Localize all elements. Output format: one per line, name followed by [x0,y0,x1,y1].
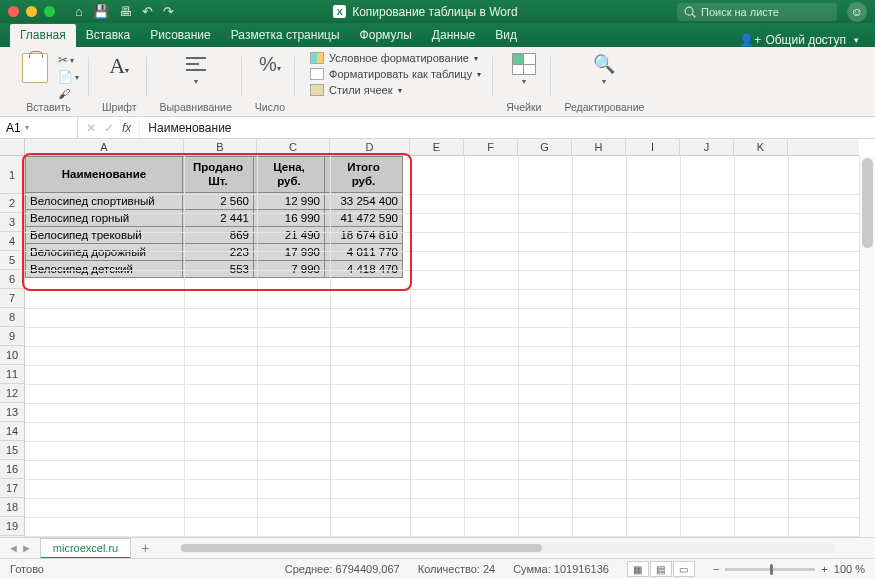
row-headers[interactable]: 12345678910111213141516171819 [0,156,25,537]
row-header-7[interactable]: 7 [0,289,24,308]
zoom-in-icon[interactable]: + [821,563,827,575]
user-icon[interactable]: ☺ [847,2,867,22]
tab-formulas[interactable]: Формулы [350,24,422,47]
table-cell[interactable]: 7 990 [254,261,325,278]
row-header-4[interactable]: 4 [0,232,24,251]
view-layout-icon[interactable]: ▤ [650,561,672,577]
table-header[interactable]: Итогоруб. [325,157,403,193]
col-header-D[interactable]: D [330,139,410,155]
zoom-slider[interactable] [725,568,815,571]
col-header-I[interactable]: I [626,139,680,155]
col-header-K[interactable]: K [734,139,788,155]
name-box[interactable]: A1▾ [0,117,78,138]
row-header-3[interactable]: 3 [0,213,24,232]
number-button[interactable]: %▾ [255,51,285,78]
align-button[interactable]: ▾ [179,51,213,88]
tab-draw[interactable]: Рисование [140,24,220,47]
table-cell[interactable]: 12 990 [254,193,325,210]
tab-layout[interactable]: Разметка страницы [221,24,350,47]
save-icon[interactable]: 💾 [93,4,109,19]
table-cell[interactable]: 17 990 [254,244,325,261]
table-header[interactable]: ПроданоШт. [183,157,254,193]
cell-styles-button[interactable]: Стили ячеек ▾ [308,83,483,97]
table-cell[interactable]: 33 254 400 [325,193,403,210]
col-header-A[interactable]: A [25,139,184,155]
row-header-8[interactable]: 8 [0,308,24,327]
vertical-scrollbar-thumb[interactable] [862,158,873,248]
row-header-1[interactable]: 1 [0,156,24,194]
table-cell[interactable]: Велосипед спортивный [26,193,183,210]
row-header-12[interactable]: 12 [0,384,24,403]
editing-button[interactable]: 🔍 ▾ [589,51,619,88]
enter-icon[interactable]: ✓ [104,121,114,135]
column-headers[interactable]: ABCDEFGHIJK [25,139,859,156]
row-header-14[interactable]: 14 [0,422,24,441]
table-cell[interactable]: 21 490 [254,227,325,244]
horizontal-scrollbar-thumb[interactable] [181,544,542,552]
row-header-19[interactable]: 19 [0,517,24,536]
spreadsheet-grid[interactable]: ABCDEFGHIJK 1234567891011121314151617181… [0,139,875,537]
view-normal-icon[interactable]: ▦ [627,561,649,577]
row-header-10[interactable]: 10 [0,346,24,365]
row-header-15[interactable]: 15 [0,441,24,460]
sheet-tab[interactable]: microexcel.ru [40,538,131,559]
col-header-E[interactable]: E [410,139,464,155]
conditional-formatting-button[interactable]: Условное форматирование ▾ [308,51,483,65]
col-header-C[interactable]: C [257,139,330,155]
share-button[interactable]: 👤+ Общий доступ▾ [739,33,865,47]
row-header-9[interactable]: 9 [0,327,24,346]
minimize-window-icon[interactable] [26,6,37,17]
fx-icon[interactable]: fx [122,121,131,135]
cut-icon[interactable]: ✂ ▾ [58,53,79,67]
zoom-control[interactable]: − + 100 % [713,563,865,575]
table-cell[interactable]: 2 560 [183,193,254,210]
copy-icon[interactable]: 📄 ▾ [58,70,79,84]
row-header-18[interactable]: 18 [0,498,24,517]
row-header-16[interactable]: 16 [0,460,24,479]
row-header-5[interactable]: 5 [0,251,24,270]
col-header-B[interactable]: B [184,139,257,155]
table-cell[interactable]: Велосипед дорожный [26,244,183,261]
zoom-value[interactable]: 100 % [834,563,865,575]
tab-home[interactable]: Главная [10,24,76,47]
row-header-11[interactable]: 11 [0,365,24,384]
cells-container[interactable]: НаименованиеПроданоШт.Цена,руб.Итогоруб.… [25,156,859,537]
col-header-G[interactable]: G [518,139,572,155]
cells-button[interactable]: ▾ [508,51,540,88]
sheet-prev-icon[interactable]: ◄ [8,542,19,554]
table-cell[interactable]: Велосипед детский [26,261,183,278]
col-header-H[interactable]: H [572,139,626,155]
row-header-2[interactable]: 2 [0,194,24,213]
vertical-scrollbar[interactable] [859,156,875,537]
view-pagebreak-icon[interactable]: ▭ [673,561,695,577]
col-header-F[interactable]: F [464,139,518,155]
row-header-13[interactable]: 13 [0,403,24,422]
table-header[interactable]: Наименование [26,157,183,193]
table-cell[interactable]: 869 [183,227,254,244]
add-sheet-button[interactable]: + [131,540,159,556]
table-cell[interactable]: 4 418 470 [325,261,403,278]
zoom-window-icon[interactable] [44,6,55,17]
col-header-J[interactable]: J [680,139,734,155]
table-cell[interactable]: 18 674 810 [325,227,403,244]
table-cell[interactable]: 223 [183,244,254,261]
home-icon[interactable]: ⌂ [75,4,83,19]
paste-button[interactable] [18,51,52,85]
table-header[interactable]: Цена,руб. [254,157,325,193]
table-cell[interactable]: 4 011 770 [325,244,403,261]
tab-data[interactable]: Данные [422,24,485,47]
table-cell[interactable]: Велосипед трековый [26,227,183,244]
print-icon[interactable]: 🖶 [119,4,132,19]
redo-icon[interactable]: ↷ [163,4,174,19]
row-header-6[interactable]: 6 [0,270,24,289]
horizontal-scrollbar[interactable] [179,543,835,553]
tab-insert[interactable]: Вставка [76,24,141,47]
cancel-icon[interactable]: ✕ [86,121,96,135]
row-header-17[interactable]: 17 [0,479,24,498]
formula-input[interactable]: Наименование [140,117,875,138]
search-input[interactable]: Поиск на листе [677,3,837,21]
select-all-corner[interactable] [0,139,25,156]
format-as-table-button[interactable]: Форматировать как таблицу ▾ [308,67,483,81]
sheet-next-icon[interactable]: ► [21,542,32,554]
zoom-out-icon[interactable]: − [713,563,719,575]
